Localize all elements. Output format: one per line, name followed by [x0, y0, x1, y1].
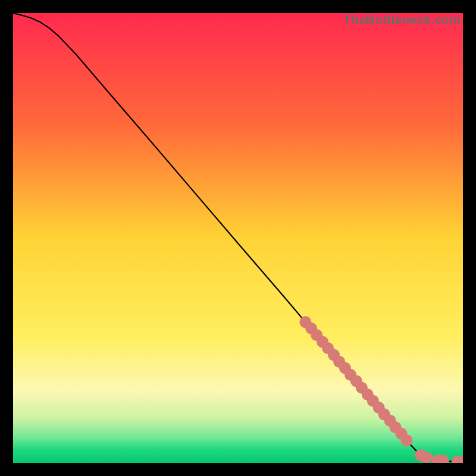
- data-point: [401, 434, 413, 446]
- chart-svg: [13, 13, 463, 463]
- data-point: [421, 452, 433, 463]
- chart-background: [13, 13, 463, 463]
- chart-frame: TheBottleneck.com: [13, 13, 463, 463]
- watermark-text: TheBottleneck.com: [343, 13, 461, 26]
